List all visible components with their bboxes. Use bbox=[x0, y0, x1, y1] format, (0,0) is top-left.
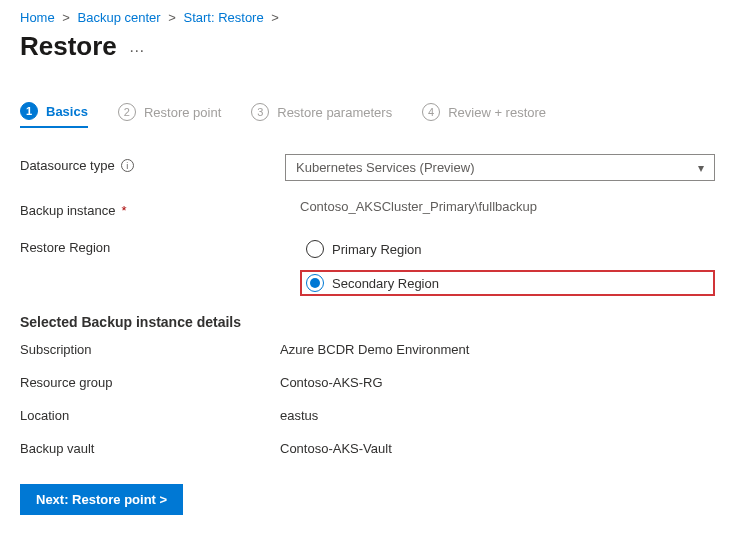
section-selected-backup-instance-details: Selected Backup instance details bbox=[20, 314, 715, 330]
label-restore-region: Restore Region bbox=[20, 236, 300, 255]
breadcrumb-sep-icon: > bbox=[62, 10, 70, 25]
label-text: Backup instance bbox=[20, 203, 115, 218]
tab-step-number: 2 bbox=[118, 103, 136, 121]
breadcrumb-backup-center[interactable]: Backup center bbox=[78, 10, 161, 25]
radio-secondary-region[interactable]: Secondary Region bbox=[300, 270, 715, 296]
label-subscription: Subscription bbox=[20, 342, 280, 357]
backup-instance-value: Contoso_AKSCluster_Primary\fullbackup bbox=[300, 199, 715, 214]
radio-label: Primary Region bbox=[332, 242, 422, 257]
tab-basics[interactable]: 1 Basics bbox=[20, 102, 88, 128]
breadcrumb-start-restore[interactable]: Start: Restore bbox=[183, 10, 263, 25]
label-text: Restore Region bbox=[20, 240, 110, 255]
radio-label: Secondary Region bbox=[332, 276, 439, 291]
tab-step-number: 1 bbox=[20, 102, 38, 120]
tab-label: Restore parameters bbox=[277, 105, 392, 120]
select-value: Kubernetes Services (Preview) bbox=[296, 160, 474, 175]
radio-primary-region[interactable]: Primary Region bbox=[300, 236, 715, 262]
tab-step-number: 3 bbox=[251, 103, 269, 121]
radio-icon bbox=[306, 274, 324, 292]
tab-restore-point[interactable]: 2 Restore point bbox=[118, 103, 221, 127]
value-resource-group: Contoso-AKS-RG bbox=[280, 375, 383, 390]
tab-step-number: 4 bbox=[422, 103, 440, 121]
next-restore-point-button[interactable]: Next: Restore point > bbox=[20, 484, 183, 515]
required-asterisk-icon: * bbox=[121, 203, 126, 218]
radio-inner-icon bbox=[310, 278, 320, 288]
breadcrumb-sep-icon: > bbox=[271, 10, 279, 25]
label-datasource-type: Datasource type i bbox=[20, 154, 285, 173]
label-backup-instance: Backup instance * bbox=[20, 199, 300, 218]
datasource-type-select[interactable]: Kubernetes Services (Preview) ▾ bbox=[285, 154, 715, 181]
radio-icon bbox=[306, 240, 324, 258]
value-subscription: Azure BCDR Demo Environment bbox=[280, 342, 469, 357]
page-title: Restore bbox=[20, 31, 117, 62]
tab-restore-parameters[interactable]: 3 Restore parameters bbox=[251, 103, 392, 127]
tab-label: Basics bbox=[46, 104, 88, 119]
label-backup-vault: Backup vault bbox=[20, 441, 280, 456]
restore-region-radio-group: Primary Region Secondary Region bbox=[300, 236, 715, 296]
label-location: Location bbox=[20, 408, 280, 423]
value-location: eastus bbox=[280, 408, 318, 423]
tab-label: Review + restore bbox=[448, 105, 546, 120]
value-backup-vault: Contoso-AKS-Vault bbox=[280, 441, 392, 456]
tab-label: Restore point bbox=[144, 105, 221, 120]
breadcrumb-sep-icon: > bbox=[168, 10, 176, 25]
label-resource-group: Resource group bbox=[20, 375, 280, 390]
breadcrumb: Home > Backup center > Start: Restore > bbox=[20, 10, 715, 25]
more-actions-icon[interactable]: … bbox=[129, 38, 146, 56]
wizard-tabs: 1 Basics 2 Restore point 3 Restore param… bbox=[20, 102, 715, 128]
label-text: Datasource type bbox=[20, 158, 115, 173]
chevron-down-icon: ▾ bbox=[698, 161, 704, 175]
tab-review-restore[interactable]: 4 Review + restore bbox=[422, 103, 546, 127]
info-icon[interactable]: i bbox=[121, 159, 134, 172]
breadcrumb-home[interactable]: Home bbox=[20, 10, 55, 25]
